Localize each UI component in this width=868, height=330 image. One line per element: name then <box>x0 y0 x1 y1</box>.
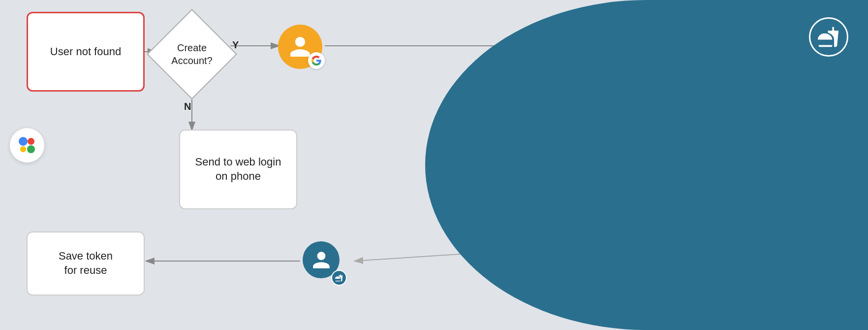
send-web-login-label: Send to web loginon phone <box>195 155 281 183</box>
user-foodbot-combined-icon <box>303 241 347 286</box>
send-web-login-box: Send to web loginon phone <box>179 130 297 209</box>
google-account-icon <box>278 25 327 74</box>
foodbot-fork-knife-icon <box>809 17 848 57</box>
svg-point-11 <box>20 146 26 152</box>
user-not-found-box: User not found <box>27 12 145 92</box>
svg-point-9 <box>19 137 28 146</box>
yes-label: Y <box>232 39 239 51</box>
user-not-found-label: User not found <box>50 45 121 59</box>
google-assistant-icon <box>10 128 49 167</box>
svg-point-10 <box>28 138 34 145</box>
save-token-label: Save tokenfor reuse <box>59 249 113 277</box>
no-label: N <box>184 101 191 112</box>
svg-point-12 <box>27 145 35 153</box>
create-account-diamond: CreateAccount? <box>153 15 231 94</box>
background-right <box>425 0 868 330</box>
google-badge <box>308 52 325 69</box>
small-foodbot-badge <box>331 270 347 286</box>
diamond-label: CreateAccount? <box>171 41 212 67</box>
save-token-box: Save tokenfor reuse <box>27 231 145 296</box>
